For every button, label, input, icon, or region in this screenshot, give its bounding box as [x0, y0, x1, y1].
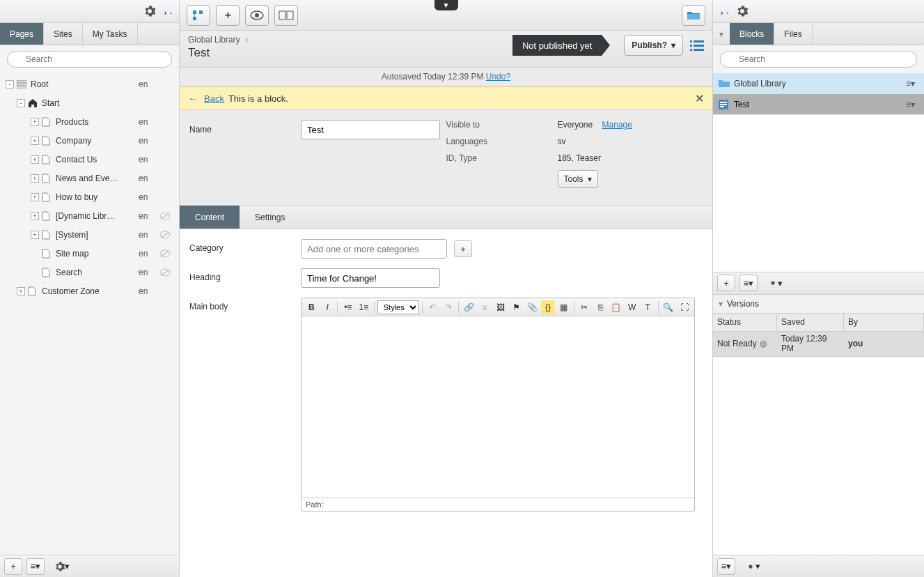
expander-icon[interactable]: +	[31, 118, 39, 126]
tree-row[interactable]: +Companyen	[0, 131, 179, 150]
menu-icon[interactable]: ≡▾	[717, 558, 735, 575]
tab-files[interactable]: Files	[774, 23, 812, 45]
tree-row[interactable]: Site mapen	[0, 244, 179, 263]
redo-icon[interactable]: ↷	[441, 300, 455, 314]
folder-icon[interactable]	[682, 5, 705, 26]
tree-row[interactable]: +[Dynamic Libr…en	[0, 206, 179, 225]
copy-icon[interactable]: ⎘	[593, 300, 608, 314]
tree-row[interactable]: +News and Eve…en	[0, 169, 179, 187]
expander-icon[interactable]: -	[6, 80, 14, 89]
gear-icon[interactable]: ▾	[766, 275, 784, 291]
menu-icon[interactable]: ≡▾	[739, 275, 758, 291]
gear-icon[interactable]: ▾	[744, 558, 762, 575]
close-icon[interactable]: ✕	[695, 92, 704, 105]
expander-icon[interactable]: +	[17, 287, 25, 295]
media-icon[interactable]: ▦	[556, 300, 571, 314]
paste-icon[interactable]: 📋	[609, 300, 623, 314]
expander-icon[interactable]: +	[31, 174, 39, 183]
breadcrumb-segment[interactable]: Global Library	[188, 35, 240, 45]
undo-link[interactable]: Undo?	[486, 72, 510, 82]
tree-row[interactable]: +How to buyen	[0, 187, 179, 206]
tab-content[interactable]: Content	[180, 206, 240, 229]
breadcrumb[interactable]: Global Library ›	[188, 35, 512, 45]
anchor-icon[interactable]: ⚑	[509, 300, 524, 314]
gear-icon[interactable]: ▾	[53, 558, 71, 575]
back-link[interactable]: Back	[204, 93, 224, 104]
styles-select[interactable]: Styles	[377, 300, 419, 314]
paste-word-icon[interactable]: W	[625, 300, 639, 314]
unlink-icon[interactable]: ⨯	[478, 300, 492, 314]
root-icon	[17, 80, 28, 89]
col-by[interactable]: By	[844, 314, 924, 331]
search-icon[interactable]: 🔍	[661, 300, 676, 314]
compare-icon[interactable]	[274, 5, 298, 26]
tree-label: Search	[56, 268, 139, 277]
tree-row[interactable]: +Customer Zoneen	[0, 282, 179, 300]
row-menu-icon[interactable]: ≡▾	[906, 100, 918, 109]
cut-icon[interactable]: ✂	[577, 300, 592, 314]
expander-icon[interactable]: -	[17, 99, 25, 107]
block-row[interactable]: Test≡▾	[713, 94, 924, 115]
expander-icon[interactable]: +	[31, 231, 39, 239]
col-status[interactable]: Status	[713, 314, 777, 331]
tree-row[interactable]: +Contact Usen	[0, 150, 179, 169]
tab-settings[interactable]: Settings	[240, 206, 300, 229]
ol-icon[interactable]: 1≡	[357, 300, 371, 314]
tree-label: Contact Us	[56, 155, 139, 164]
code-icon[interactable]: {}	[541, 300, 556, 314]
ul-icon[interactable]: •≡	[340, 300, 355, 314]
dropdown-handle-icon[interactable]: ▼	[434, 0, 458, 10]
fullscreen-icon[interactable]: ⛶	[677, 300, 691, 314]
undo-icon[interactable]: ↶	[425, 300, 440, 314]
heading-input[interactable]	[301, 268, 440, 288]
search-input[interactable]	[7, 51, 172, 68]
publish-button[interactable]: Publish? ▾	[624, 35, 683, 56]
tab-mytasks[interactable]: My Tasks	[83, 23, 138, 45]
add-button[interactable]: +	[717, 275, 735, 291]
add-button[interactable]: ＋	[216, 5, 240, 26]
versions-header[interactable]: ▾ Versions	[713, 294, 924, 314]
search-input[interactable]	[720, 51, 917, 68]
tree-toggle-icon[interactable]	[187, 5, 210, 26]
options-list-icon[interactable]	[690, 39, 704, 52]
gear-icon[interactable]	[735, 4, 749, 18]
add-button[interactable]: +	[4, 558, 22, 575]
tree-row[interactable]: -Rooten	[0, 75, 179, 93]
link-icon[interactable]: 🔗	[462, 300, 476, 314]
chevron-down-icon[interactable]: ▾	[713, 23, 730, 45]
pin-icon[interactable]	[717, 4, 731, 18]
gear-icon[interactable]	[143, 4, 157, 18]
languages-label: Languages	[446, 137, 558, 146]
folder-row[interactable]: Global Library≡▾	[713, 73, 924, 94]
expander-icon	[31, 249, 39, 258]
col-saved[interactable]: Saved	[777, 314, 844, 331]
version-row[interactable]: Not Ready ◎ Today 12:39 PM you	[713, 332, 924, 357]
name-input[interactable]	[301, 120, 440, 139]
expander-icon[interactable]: +	[31, 155, 39, 164]
expander-icon[interactable]: +	[31, 137, 39, 145]
tree-row[interactable]: +Productsen	[0, 112, 179, 131]
preview-icon[interactable]	[245, 5, 269, 26]
versions-title: Versions	[727, 299, 759, 309]
expander-icon[interactable]: +	[31, 212, 39, 220]
pin-icon[interactable]	[161, 4, 175, 18]
menu-icon[interactable]: ≡▾	[26, 558, 45, 575]
insert-icon[interactable]: 📎	[525, 300, 540, 314]
category-input[interactable]	[301, 239, 447, 259]
tree-row[interactable]: +[System]en	[0, 225, 179, 244]
tab-pages[interactable]: Pages	[0, 23, 44, 45]
tree-row[interactable]: Searchen	[0, 263, 179, 282]
image-icon[interactable]: 🖼	[494, 300, 508, 314]
expander-icon[interactable]: +	[31, 193, 39, 201]
tab-sites[interactable]: Sites	[44, 23, 83, 45]
paste-text-icon[interactable]: T	[641, 300, 655, 314]
bold-icon[interactable]: B	[304, 300, 319, 314]
row-menu-icon[interactable]: ≡▾	[906, 79, 918, 89]
tools-dropdown[interactable]: Tools ▾	[558, 170, 598, 188]
editor-body[interactable]	[302, 316, 694, 498]
italic-icon[interactable]: I	[320, 300, 335, 314]
tab-blocks[interactable]: Blocks	[730, 23, 774, 45]
tree-row[interactable]: -Start	[0, 93, 179, 112]
add-category-button[interactable]: +	[454, 240, 472, 257]
manage-link[interactable]: Manage	[602, 120, 632, 130]
